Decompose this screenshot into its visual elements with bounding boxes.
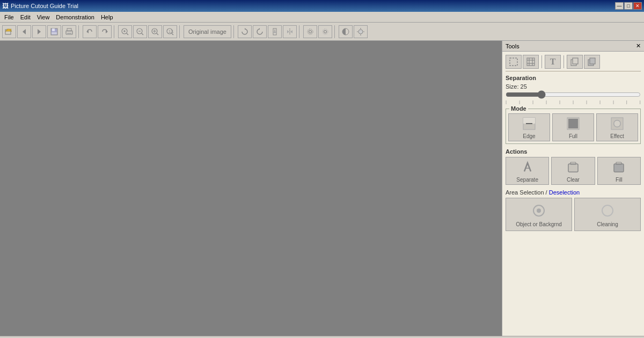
mirror-button[interactable] — [283, 25, 297, 38]
separation-section: Separation Size: 25 ||||||||||| — [506, 75, 641, 104]
clear-button[interactable]: Clear — [551, 157, 595, 185]
brightness-button[interactable] — [354, 25, 368, 38]
svg-point-38 — [323, 29, 328, 34]
mode-section: Mode Edge — [506, 109, 641, 144]
slider-ticks: ||||||||||| — [506, 99, 641, 104]
object-backgrnd-button[interactable]: Object or Backgrnd — [506, 198, 572, 231]
status-bar: X: Y: W: H: R: G: B: — [0, 336, 644, 338]
tool-icon-row: T — [506, 55, 641, 71]
menu-edit[interactable]: Edit — [17, 13, 34, 21]
svg-rect-52 — [573, 58, 578, 64]
svg-rect-7 — [52, 32, 57, 34]
title-bar: 🖼 Picture Cutout Guide Trial — □ ✕ — [0, 0, 644, 12]
area-selection-section: Area Selection / Deselection Object or B… — [506, 189, 641, 231]
tools-close-button[interactable]: ✕ — [636, 42, 641, 49]
svg-rect-56 — [523, 118, 535, 124]
contrast-button[interactable] — [339, 25, 353, 38]
effect-icon — [610, 116, 625, 131]
separate-label: Separate — [516, 177, 538, 183]
actual-size-button[interactable]: 1:1 — [163, 25, 177, 38]
svg-marker-3 — [23, 29, 26, 34]
fit-button[interactable] — [148, 25, 162, 38]
deselection-label: Deselection — [549, 189, 580, 196]
svg-marker-28 — [258, 28, 260, 30]
canvas-area[interactable] — [0, 41, 502, 336]
title-controls: — □ ✕ — [615, 2, 642, 10]
svg-point-35 — [309, 30, 311, 33]
original-image-button[interactable]: Original image — [184, 25, 231, 38]
redo-button[interactable] — [98, 25, 112, 38]
mode-buttons: Edge Full — [508, 113, 638, 141]
clear-icon — [566, 160, 581, 175]
save-button[interactable] — [47, 25, 61, 38]
object-backgrnd-icon — [530, 202, 547, 219]
separate-icon — [520, 160, 535, 175]
print-button[interactable] — [62, 25, 76, 38]
svg-rect-2 — [7, 29, 11, 30]
svg-rect-54 — [590, 58, 595, 64]
open-button[interactable] — [2, 25, 16, 38]
mode-edge-button[interactable]: Edge — [508, 113, 550, 141]
toolbar: 1:1 Original image — [0, 23, 644, 41]
mode-effect-label: Effect — [610, 133, 624, 139]
settings1-button[interactable] — [303, 25, 317, 38]
actions-buttons: Separate Clear — [506, 157, 641, 185]
svg-point-40 — [358, 30, 363, 34]
zoom-in-button[interactable] — [118, 25, 132, 38]
full-icon — [566, 116, 581, 131]
copy2-tool[interactable] — [584, 55, 600, 69]
actions-label: Actions — [506, 148, 641, 155]
svg-marker-4 — [38, 29, 41, 34]
rotate-cw-button[interactable] — [238, 25, 252, 38]
zoom-out-button[interactable] — [133, 25, 147, 38]
maximize-button[interactable]: □ — [624, 2, 633, 10]
undo-button[interactable] — [83, 25, 97, 38]
svg-rect-45 — [510, 58, 517, 66]
svg-line-19 — [142, 33, 143, 35]
slider-container: ||||||||||| — [506, 91, 641, 104]
svg-point-69 — [602, 205, 613, 216]
fill-label: Fill — [616, 177, 623, 183]
mode-full-button[interactable]: Full — [552, 113, 594, 141]
area-buttons: Object or Backgrnd Cleaning — [506, 198, 641, 231]
menu-help[interactable]: Help — [98, 13, 116, 21]
actions-section: Actions Separate — [506, 148, 641, 185]
text-tool[interactable]: T — [545, 55, 561, 69]
svg-rect-50 — [527, 58, 535, 66]
cleaning-label: Cleaning — [597, 221, 618, 227]
minimize-button[interactable]: — — [615, 2, 624, 10]
svg-rect-59 — [568, 119, 578, 128]
size-label: Size: 25 — [506, 83, 641, 90]
svg-rect-10 — [67, 33, 71, 34]
back-button[interactable] — [17, 25, 31, 38]
svg-marker-33 — [287, 30, 289, 33]
cleaning-icon — [599, 202, 616, 219]
mode-full-label: Full — [569, 133, 577, 139]
copy1-tool[interactable] — [567, 55, 583, 69]
fill-button[interactable]: Fill — [597, 157, 641, 185]
area-selection-label: Area Selection / — [506, 189, 549, 196]
svg-marker-34 — [290, 30, 292, 33]
menu-file[interactable]: File — [1, 13, 17, 21]
menu-demonstration[interactable]: Demonstration — [53, 13, 98, 21]
separate-button[interactable]: Separate — [506, 157, 549, 185]
close-button[interactable]: ✕ — [633, 2, 642, 10]
forward-button[interactable] — [32, 25, 46, 38]
mode-effect-button[interactable]: Effect — [596, 113, 638, 141]
svg-line-26 — [172, 33, 173, 35]
rect-select-tool[interactable] — [506, 55, 522, 69]
settings2-button[interactable] — [318, 25, 332, 38]
svg-rect-65 — [614, 164, 624, 172]
main-layout: Tools ✕ T — [0, 41, 644, 336]
app-icon: 🖼 — [2, 2, 9, 10]
separation-slider[interactable] — [506, 91, 641, 98]
timer-button[interactable] — [268, 25, 282, 38]
svg-line-16 — [127, 33, 128, 35]
tools-title: Tools — [506, 43, 519, 49]
svg-point-37 — [324, 30, 326, 33]
grid-tool[interactable] — [523, 55, 539, 69]
rotate-ccw-button[interactable] — [253, 25, 267, 38]
tools-header: Tools ✕ — [502, 41, 644, 52]
menu-view[interactable]: View — [34, 13, 53, 21]
cleaning-button[interactable]: Cleaning — [574, 198, 641, 231]
